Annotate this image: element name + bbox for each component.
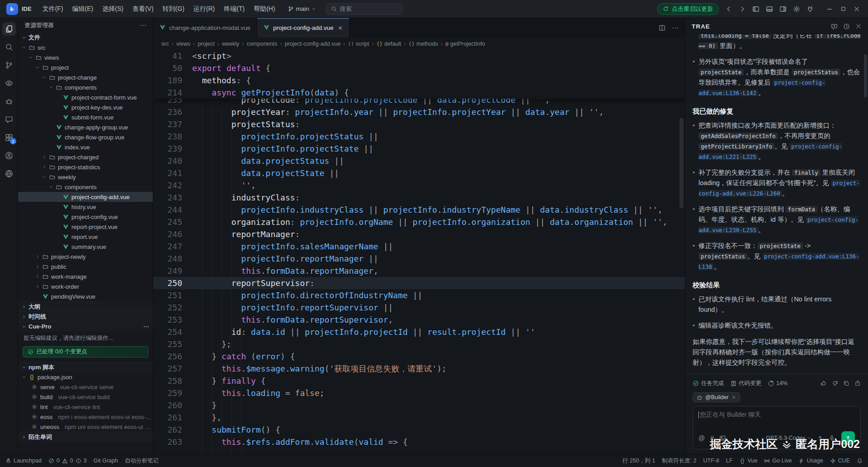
breadcrumb-item-project[interactable]: project xyxy=(198,41,215,47)
tree-item-change-flow-group.vue[interactable]: change-flow-group.vue xyxy=(18,132,153,142)
breadcrumb-item-getProjectInfo[interactable]: @getProjectInfo xyxy=(445,41,485,47)
tree-item-histry.vue[interactable]: histry.vue xyxy=(18,202,153,212)
plugin-icon[interactable] xyxy=(807,5,814,13)
code-line-254[interactable]: 254 id: data.id || projectInfo.projectId… xyxy=(153,326,685,338)
code-line-255[interactable]: 255 }; xyxy=(153,338,685,350)
thumbs-up-icon[interactable] xyxy=(821,380,827,386)
tree-item-components[interactable]: components xyxy=(18,82,153,92)
new-chat-icon[interactable] xyxy=(831,23,838,30)
minimize-button[interactable] xyxy=(823,0,836,18)
problems-button[interactable]: 0 0 3 xyxy=(48,457,87,464)
menu-item-2[interactable]: 选择(S) xyxy=(98,3,128,15)
statusbar-cue[interactable]: CUE xyxy=(830,457,850,464)
code-line-236[interactable]: 236 projectYear: projectInfo.year || pro… xyxy=(153,106,685,118)
code-reference-link[interactable]: project-config-add.vue:L226-L260 xyxy=(698,180,860,197)
navigate-forward-button[interactable] xyxy=(739,5,746,13)
activity-item-remote[interactable] xyxy=(0,165,18,183)
code-line-242[interactable]: 242 '', xyxy=(153,179,685,191)
tree-item-summary.vue[interactable]: summary.vue xyxy=(18,242,153,252)
tree-item-submit-form.vue[interactable]: submit-form.vue xyxy=(18,112,153,122)
tab-project-config-add.vue[interactable]: project-config-add.vue✕ xyxy=(257,18,349,38)
tree-item-public[interactable]: public xyxy=(18,262,153,272)
npm-script-eoss[interactable]: eossnpm i eoss-element eoss-ui eoss-... xyxy=(18,412,153,422)
editor-scrollbar[interactable] xyxy=(679,118,684,208)
code-line-261[interactable]: 261 }, xyxy=(153,411,685,424)
code-line-262[interactable]: 262 submitForm() { xyxy=(153,424,685,436)
activity-item-source-control[interactable] xyxy=(0,56,18,74)
code-lines[interactable]: 236 projectYear: projectInfo.year || pro… xyxy=(153,106,685,448)
code-line-259[interactable]: 259 this.loading = false; xyxy=(153,387,685,399)
section-files[interactable]: 文件 xyxy=(18,33,153,43)
code-line-248[interactable]: 248 projectInfo.reportManager || xyxy=(153,253,685,265)
code-line-235[interactable]: 235 projectCode: projectInfo.projectCode… xyxy=(153,99,685,106)
tree-item-components[interactable]: components xyxy=(18,182,153,192)
tab-change-application-modal.vue[interactable]: change-application-modal.vue xyxy=(153,18,257,38)
code-reference-link[interactable]: project-config-add.vue:L136-L142 xyxy=(698,79,825,96)
npm-script-lint[interactable]: lintvue-cli-service lint xyxy=(18,402,153,412)
navigate-back-button[interactable] xyxy=(725,5,732,13)
code-line-238[interactable]: 238 projectInfo.projectStatus || xyxy=(153,130,685,143)
menu-item-5[interactable]: 运行(R) xyxy=(189,3,219,15)
tree-item-work-manage[interactable]: work-manage xyxy=(18,272,153,281)
code-line-241[interactable]: 241 data.projectState || xyxy=(153,167,685,179)
code-changes-button[interactable]: 代码变更 xyxy=(731,380,761,387)
code-line-253[interactable]: 253 this.formData.reportSupervisor, xyxy=(153,314,685,326)
restart-update-button[interactable]: 点击重启以更新 xyxy=(657,3,719,15)
breadcrumb-item-project-config-add.vue[interactable]: project-config-add.vue xyxy=(285,41,341,47)
code-line-251[interactable]: 251 projectInfo.directorOfIndustryName |… xyxy=(153,289,685,301)
tree-item-views[interactable]: views xyxy=(18,52,153,62)
tree-item-project-newly[interactable]: project-newly xyxy=(18,252,153,262)
tree-item-report.vue[interactable]: report.vue xyxy=(18,232,153,242)
code-line-250[interactable]: 250 reportSupervisor: xyxy=(153,277,685,289)
statusbar-usage[interactable]: Usage xyxy=(798,457,823,464)
breadcrumb-item-methods[interactable]: {}methods xyxy=(409,41,438,47)
code-line-263[interactable]: 263 this.$refs.addForm.validate(valid =>… xyxy=(153,436,685,448)
menu-item-3[interactable]: 查看(V) xyxy=(128,3,158,15)
code-line-249[interactable]: 249 this.formData.reportManager, xyxy=(153,265,685,277)
maximize-button[interactable] xyxy=(836,0,850,18)
code-line-239[interactable]: 239 projectInfo.projectState || xyxy=(153,143,685,155)
activity-item-search[interactable] xyxy=(0,38,18,56)
code-line-245[interactable]: 245 organization: projectInfo.orgName ||… xyxy=(153,216,685,228)
split-editor-icon[interactable] xyxy=(659,24,665,31)
breadcrumb-item-weekly[interactable]: weekly xyxy=(222,41,239,47)
breadcrumb-item-components[interactable]: components xyxy=(246,41,277,47)
tree-item-weekly[interactable]: weekly xyxy=(18,172,153,182)
code-line-247[interactable]: 247 projectInfo.salesManagerName || xyxy=(153,240,685,253)
tab-more-actions-icon[interactable]: ⋯ xyxy=(672,24,679,32)
section-outline[interactable]: 大纲 xyxy=(18,301,153,311)
code-editor[interactable]: 41<script>50export default {189 methods:… xyxy=(153,50,685,454)
tree-item-report-project.vue[interactable]: report-project.vue xyxy=(18,222,153,232)
code-line-214[interactable]: 214 async getProjectInfo(data) { xyxy=(153,86,685,99)
sticky-scroll-lines[interactable]: 41<script>50export default {189 methods:… xyxy=(153,50,685,99)
close-panel-icon[interactable] xyxy=(855,23,862,29)
builder-context-chip[interactable]: @Builder xyxy=(693,392,740,402)
toggle-sidebar-button[interactable] xyxy=(752,5,760,13)
statusbar-go-live[interactable]: Go Live xyxy=(764,457,792,464)
activity-item-account[interactable] xyxy=(0,147,18,165)
close-tab-icon[interactable]: ✕ xyxy=(338,25,343,31)
section-unknown-words[interactable]: 陌生单词 xyxy=(18,432,153,442)
cuepro-more-actions-icon[interactable]: ⋯ xyxy=(143,323,149,330)
tree-item-pendingView.vue[interactable]: pendingView.vue xyxy=(18,291,153,301)
mention-icon[interactable]: @ xyxy=(698,434,705,442)
npm-script-build[interactable]: buildvue-cli-service build xyxy=(18,392,153,402)
export-icon[interactable] xyxy=(854,380,861,386)
activity-item-chat[interactable] xyxy=(0,110,18,129)
toggle-panel-button[interactable] xyxy=(766,5,773,13)
close-window-button[interactable] xyxy=(850,0,863,18)
code-line-256[interactable]: 256 } catch (error) { xyxy=(153,350,685,362)
activity-item-explorer[interactable] xyxy=(0,20,18,38)
tree-item-project-contract-form.vue[interactable]: project-contract-form.vue xyxy=(18,92,153,102)
statusbar-notifications[interactable] xyxy=(857,458,863,464)
clipped-code-line[interactable]: 235 projectCode: projectInfo.projectCode… xyxy=(153,99,685,106)
tree-item-project-statistics[interactable]: project-statistics xyxy=(18,162,153,172)
code-line-244[interactable]: 244 projectInfo.industryClass || project… xyxy=(153,204,685,216)
section-timeline[interactable]: 时间线 xyxy=(18,311,153,321)
tree-item-change-apply-group.vue[interactable]: change-apply-group.vue xyxy=(18,122,153,132)
tree-item-work-order[interactable]: work-order xyxy=(18,281,153,291)
launchpad-button[interactable]: Launchpad xyxy=(5,457,42,464)
code-line-258[interactable]: 258 } finally { xyxy=(153,375,685,387)
section-npm-scripts[interactable]: npm 脚本 xyxy=(18,362,153,372)
toggle-secondary-sidebar-button[interactable] xyxy=(779,5,787,13)
